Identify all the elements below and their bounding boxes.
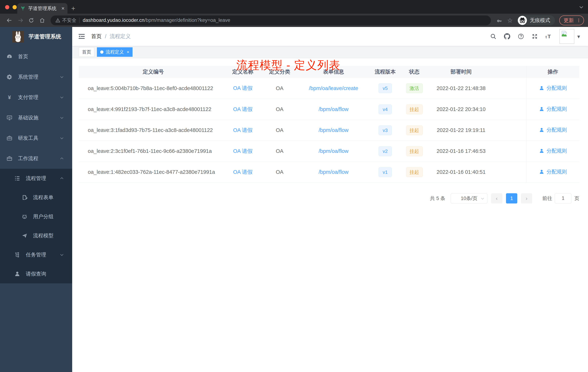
monitor-icon [6,115,12,121]
sidebar-submenu-item[interactable]: 请假查询 [0,264,72,283]
github-icon[interactable] [504,33,510,40]
sidebar-menu-item[interactable]: 工作流程 [0,148,72,169]
goto-page-input[interactable]: 1 [555,193,571,203]
prev-page-button[interactable]: ‹ [491,193,502,203]
status-cell: 激活 [405,78,424,99]
form-info-link[interactable]: /bpm/oa/flow [319,169,348,175]
col-deploy-time: 部署时间 [424,66,498,78]
chevron-up-icon [59,156,64,161]
chevron-down-icon [59,252,64,257]
tree-list-icon [14,175,20,181]
logo-title: 芋道管理系统 [29,33,61,40]
security-label[interactable]: 不安全 [62,17,76,23]
form-info-cell: /bpm/oa/flow [302,120,366,141]
user-avatar[interactable] [559,29,574,44]
help-icon[interactable] [518,33,524,40]
search-icon[interactable] [490,33,496,40]
fullscreen-icon[interactable] [531,33,538,40]
browser-update-button[interactable]: 更新 [559,15,584,25]
definition-category-cell: OA [258,141,302,162]
sidebar-logo[interactable]: 芋道管理系统 [0,27,72,46]
paper-plane-icon [21,233,28,239]
definition-name-link[interactable]: OA 请假 [233,106,252,112]
password-key-icon[interactable] [496,17,502,23]
sidebar-menu-item[interactable]: 基础设施 [0,108,72,128]
assign-rule-link[interactable]: 分配规则 [539,147,567,154]
breadcrumb-home[interactable]: 首页 [91,33,102,40]
font-size-icon[interactable]: tT [545,33,552,40]
definition-name-link[interactable]: OA 请假 [233,169,252,175]
version-cell: v1 [366,162,405,183]
tag-item[interactable]: 流程定义 × [97,47,133,57]
sidebar-menu-item[interactable]: ¥ 支付管理 [0,87,72,108]
table-row: oa_leave:1:482ec033-762a-11ec-8477-a2380… [79,162,579,183]
tag-item[interactable]: 首页 [79,47,94,57]
form-info-cell: /bpm/oa/leave/create [302,78,366,99]
browser-tab[interactable]: 芋道管理系统 × [17,3,67,14]
status-badge: 激活 [406,83,423,93]
chevron-down-icon [59,115,64,120]
table-row: oa_leave:5:004b710b-7b8a-11ec-8ef0-acde4… [79,78,579,99]
bookmark-star-icon[interactable]: ☆ [507,17,513,24]
tab-title: 芋道管理系统 [28,5,60,12]
definition-name-link[interactable]: OA 请假 [233,85,252,91]
reload-icon[interactable] [28,17,34,23]
goto-unit-label: 页 [574,195,579,202]
definition-name-link[interactable]: OA 请假 [233,148,252,154]
sidebar-submenu-item[interactable]: 流程管理 [0,169,72,188]
form-info-link[interactable]: /bpm/oa/flow [319,106,348,112]
form-info-link[interactable]: /bpm/oa/flow [319,148,348,154]
sidebar-submenu-item[interactable]: 流程表单 [0,188,72,207]
goto-label: 前往 [542,195,552,202]
back-icon[interactable] [7,17,12,23]
breadcrumb: 首页 / 流程定义 [91,33,131,40]
sidebar-submenu-item[interactable]: 流程模型 [0,226,72,245]
actions-cell: 分配规则 [526,120,579,141]
url-path: /bpm/manager/definition?key=oa_leave [144,17,230,23]
briefcase-icon [6,155,12,162]
forward-icon[interactable] [17,17,23,23]
sidebar-menu-item[interactable]: 首页 [0,46,72,67]
form-info-link[interactable]: /bpm/oa/flow [319,127,348,133]
window-minimize-button[interactable] [12,5,17,9]
browser-menu-dots-icon[interactable] [576,18,581,23]
breadcrumb-current: 流程定义 [110,33,131,40]
assign-rule-link[interactable]: 分配规则 [539,85,567,92]
window-close-button[interactable] [5,5,9,9]
svg-text:¥: ¥ [8,94,11,100]
hamburger-icon[interactable] [78,33,85,40]
avatar-caret-icon[interactable]: ▾ [577,33,580,40]
assign-rule-link[interactable]: 分配规则 [539,127,567,133]
new-tab-button[interactable]: + [71,5,75,12]
definition-category-cell: OA [258,99,302,120]
sidebar-submenu-item[interactable]: 任务管理 [0,245,72,264]
logo-avatar [12,31,24,43]
user-icon [539,106,544,112]
sidebar-menu-item[interactable]: 系统管理 [0,67,72,87]
sidebar-submenu: 流程管理 流程表单 用户分组 流程模型 [0,169,72,283]
definition-category-cell: OA [258,162,302,183]
sidebar-submenu-item[interactable]: 用户分组 [0,207,72,226]
tab-search-chevron-icon[interactable] [578,4,584,10]
current-page-button[interactable]: 1 [506,193,517,203]
form-info-link[interactable]: /bpm/oa/leave/create [309,85,358,91]
assign-rule-link[interactable]: 分配规则 [539,106,567,112]
sidebar-menu-item[interactable]: 研发工具 [0,128,72,148]
assign-rule-link[interactable]: 分配规则 [539,168,567,175]
home-icon[interactable] [39,17,45,23]
favicon-grass-icon [20,6,26,11]
user-icon [14,271,20,277]
chevron-down-icon [59,75,64,79]
form-info-cell: /bpm/oa/flow [302,99,366,120]
toolbox-icon [6,135,12,141]
filler-cell [498,99,526,120]
col-status: 状态 [405,66,424,78]
definition-name-link[interactable]: OA 请假 [233,127,252,133]
tab-close-icon[interactable]: × [61,5,64,11]
tag-close-icon[interactable]: × [127,50,129,54]
page-size-select[interactable]: 10条/页 [451,193,487,203]
user-icon [539,85,544,91]
definition-name-cell: OA 请假 [228,78,258,99]
next-page-button[interactable]: › [521,193,532,203]
address-bar[interactable]: 不安全 dashboard.yudao.iocoder.cn /bpm/mana… [51,15,491,25]
